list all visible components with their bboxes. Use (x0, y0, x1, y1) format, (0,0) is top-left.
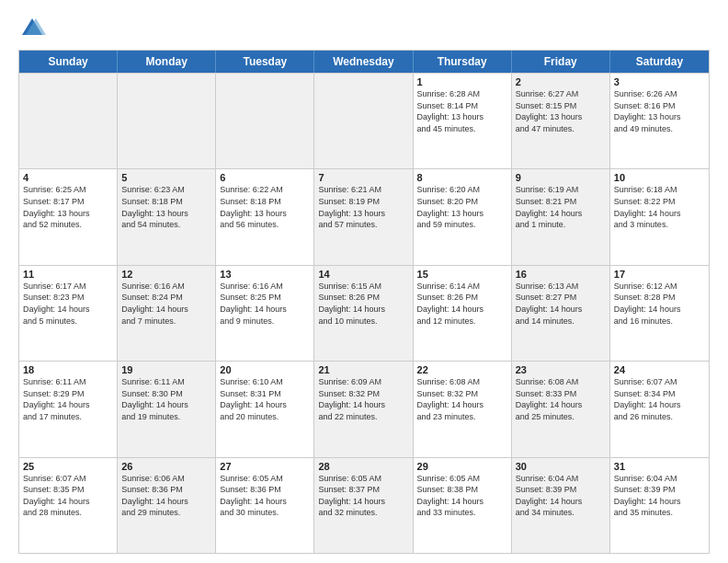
calendar-week-2: 4Sunrise: 6:25 AM Sunset: 8:17 PM Daylig… (19, 168, 709, 264)
calendar-day-29: 29Sunrise: 6:05 AM Sunset: 8:38 PM Dayli… (414, 458, 512, 553)
calendar-day-20: 20Sunrise: 6:10 AM Sunset: 8:31 PM Dayli… (216, 362, 314, 456)
calendar-day-11: 11Sunrise: 6:17 AM Sunset: 8:23 PM Dayli… (19, 266, 118, 361)
day-number: 31 (614, 461, 705, 472)
day-number: 24 (614, 364, 705, 375)
calendar-day-23: 23Sunrise: 6:08 AM Sunset: 8:33 PM Dayli… (512, 362, 610, 456)
day-number: 1 (417, 76, 507, 87)
header-day-wednesday: Wednesday (314, 51, 413, 73)
day-number: 19 (121, 364, 211, 375)
calendar-day-4: 4Sunrise: 6:25 AM Sunset: 8:17 PM Daylig… (19, 169, 118, 264)
day-number: 11 (23, 269, 113, 280)
day-info: Sunrise: 6:05 AM Sunset: 8:38 PM Dayligh… (417, 473, 507, 519)
day-number: 5 (121, 172, 211, 183)
day-number: 9 (516, 172, 606, 183)
calendar-day-7: 7Sunrise: 6:21 AM Sunset: 8:19 PM Daylig… (314, 169, 413, 264)
calendar-day-17: 17Sunrise: 6:12 AM Sunset: 8:28 PM Dayli… (610, 266, 709, 361)
day-number: 10 (614, 172, 705, 183)
day-number: 20 (220, 364, 310, 375)
calendar-empty-cell (314, 74, 413, 168)
calendar-day-3: 3Sunrise: 6:26 AM Sunset: 8:16 PM Daylig… (610, 74, 709, 168)
calendar-day-31: 31Sunrise: 6:04 AM Sunset: 8:39 PM Dayli… (610, 458, 709, 553)
calendar-day-10: 10Sunrise: 6:18 AM Sunset: 8:22 PM Dayli… (610, 169, 709, 264)
calendar-day-8: 8Sunrise: 6:20 AM Sunset: 8:20 PM Daylig… (414, 169, 512, 264)
calendar-day-1: 1Sunrise: 6:28 AM Sunset: 8:14 PM Daylig… (414, 74, 512, 168)
calendar-day-18: 18Sunrise: 6:11 AM Sunset: 8:29 PM Dayli… (19, 362, 118, 456)
day-number: 3 (614, 76, 705, 87)
calendar-empty-cell (216, 74, 314, 168)
day-info: Sunrise: 6:04 AM Sunset: 8:39 PM Dayligh… (614, 473, 705, 519)
day-info: Sunrise: 6:18 AM Sunset: 8:22 PM Dayligh… (614, 184, 705, 230)
calendar-day-21: 21Sunrise: 6:09 AM Sunset: 8:32 PM Dayli… (314, 362, 413, 456)
calendar-day-12: 12Sunrise: 6:16 AM Sunset: 8:24 PM Dayli… (118, 266, 216, 361)
logo (18, 15, 50, 42)
day-info: Sunrise: 6:14 AM Sunset: 8:26 PM Dayligh… (417, 281, 507, 327)
day-info: Sunrise: 6:13 AM Sunset: 8:27 PM Dayligh… (516, 281, 606, 327)
calendar-day-30: 30Sunrise: 6:04 AM Sunset: 8:39 PM Dayli… (512, 458, 610, 553)
day-info: Sunrise: 6:22 AM Sunset: 8:18 PM Dayligh… (220, 184, 310, 230)
day-info: Sunrise: 6:15 AM Sunset: 8:26 PM Dayligh… (318, 281, 408, 327)
day-info: Sunrise: 6:08 AM Sunset: 8:33 PM Dayligh… (516, 376, 606, 422)
calendar-header: SundayMondayTuesdayWednesdayThursdayFrid… (19, 51, 709, 73)
day-info: Sunrise: 6:16 AM Sunset: 8:25 PM Dayligh… (220, 281, 310, 327)
calendar-body: 1Sunrise: 6:28 AM Sunset: 8:14 PM Daylig… (19, 73, 709, 553)
day-info: Sunrise: 6:05 AM Sunset: 8:37 PM Dayligh… (318, 473, 408, 519)
calendar-day-26: 26Sunrise: 6:06 AM Sunset: 8:36 PM Dayli… (118, 458, 216, 553)
calendar-empty-cell (19, 74, 118, 168)
day-number: 14 (318, 269, 408, 280)
calendar-day-14: 14Sunrise: 6:15 AM Sunset: 8:26 PM Dayli… (314, 266, 413, 361)
day-number: 4 (23, 172, 113, 183)
day-info: Sunrise: 6:27 AM Sunset: 8:15 PM Dayligh… (516, 88, 606, 134)
day-number: 2 (516, 76, 606, 87)
day-info: Sunrise: 6:19 AM Sunset: 8:21 PM Dayligh… (516, 184, 606, 230)
calendar-day-19: 19Sunrise: 6:11 AM Sunset: 8:30 PM Dayli… (118, 362, 216, 456)
calendar-day-13: 13Sunrise: 6:16 AM Sunset: 8:25 PM Dayli… (216, 266, 314, 361)
day-number: 13 (220, 269, 310, 280)
calendar-day-16: 16Sunrise: 6:13 AM Sunset: 8:27 PM Dayli… (512, 266, 610, 361)
day-number: 7 (318, 172, 408, 183)
day-info: Sunrise: 6:10 AM Sunset: 8:31 PM Dayligh… (220, 376, 310, 422)
header-day-thursday: Thursday (414, 51, 512, 73)
calendar-empty-cell (118, 74, 216, 168)
day-number: 6 (220, 172, 310, 183)
day-info: Sunrise: 6:25 AM Sunset: 8:17 PM Dayligh… (23, 184, 113, 230)
day-info: Sunrise: 6:23 AM Sunset: 8:18 PM Dayligh… (121, 184, 211, 230)
day-info: Sunrise: 6:28 AM Sunset: 8:14 PM Dayligh… (417, 88, 507, 134)
day-number: 29 (417, 461, 507, 472)
header-day-sunday: Sunday (19, 51, 118, 73)
calendar: SundayMondayTuesdayWednesdayThursdayFrid… (18, 50, 710, 554)
day-number: 21 (318, 364, 408, 375)
day-number: 18 (23, 364, 113, 375)
day-info: Sunrise: 6:07 AM Sunset: 8:34 PM Dayligh… (614, 376, 705, 422)
day-info: Sunrise: 6:07 AM Sunset: 8:35 PM Dayligh… (23, 473, 113, 519)
day-number: 12 (121, 269, 211, 280)
day-number: 15 (417, 269, 507, 280)
calendar-day-9: 9Sunrise: 6:19 AM Sunset: 8:21 PM Daylig… (512, 169, 610, 264)
day-info: Sunrise: 6:20 AM Sunset: 8:20 PM Dayligh… (417, 184, 507, 230)
calendar-week-3: 11Sunrise: 6:17 AM Sunset: 8:23 PM Dayli… (19, 265, 709, 361)
header-day-monday: Monday (118, 51, 216, 73)
day-info: Sunrise: 6:11 AM Sunset: 8:29 PM Dayligh… (23, 376, 113, 422)
day-number: 16 (516, 269, 606, 280)
calendar-week-4: 18Sunrise: 6:11 AM Sunset: 8:29 PM Dayli… (19, 361, 709, 456)
calendar-week-5: 25Sunrise: 6:07 AM Sunset: 8:35 PM Dayli… (19, 457, 709, 553)
day-info: Sunrise: 6:17 AM Sunset: 8:23 PM Dayligh… (23, 281, 113, 327)
day-info: Sunrise: 6:05 AM Sunset: 8:36 PM Dayligh… (220, 473, 310, 519)
calendar-day-15: 15Sunrise: 6:14 AM Sunset: 8:26 PM Dayli… (414, 266, 512, 361)
header-day-tuesday: Tuesday (216, 51, 314, 73)
calendar-day-22: 22Sunrise: 6:08 AM Sunset: 8:32 PM Dayli… (414, 362, 512, 456)
day-info: Sunrise: 6:08 AM Sunset: 8:32 PM Dayligh… (417, 376, 507, 422)
day-number: 30 (516, 461, 606, 472)
day-number: 23 (516, 364, 606, 375)
day-info: Sunrise: 6:04 AM Sunset: 8:39 PM Dayligh… (516, 473, 606, 519)
day-info: Sunrise: 6:26 AM Sunset: 8:16 PM Dayligh… (614, 88, 705, 134)
calendar-week-1: 1Sunrise: 6:28 AM Sunset: 8:14 PM Daylig… (19, 73, 709, 168)
header-day-friday: Friday (512, 51, 610, 73)
day-info: Sunrise: 6:09 AM Sunset: 8:32 PM Dayligh… (318, 376, 408, 422)
header (18, 15, 710, 42)
day-info: Sunrise: 6:06 AM Sunset: 8:36 PM Dayligh… (121, 473, 211, 519)
day-number: 22 (417, 364, 507, 375)
day-info: Sunrise: 6:21 AM Sunset: 8:19 PM Dayligh… (318, 184, 408, 230)
day-number: 27 (220, 461, 310, 472)
calendar-day-28: 28Sunrise: 6:05 AM Sunset: 8:37 PM Dayli… (314, 458, 413, 553)
calendar-day-6: 6Sunrise: 6:22 AM Sunset: 8:18 PM Daylig… (216, 169, 314, 264)
